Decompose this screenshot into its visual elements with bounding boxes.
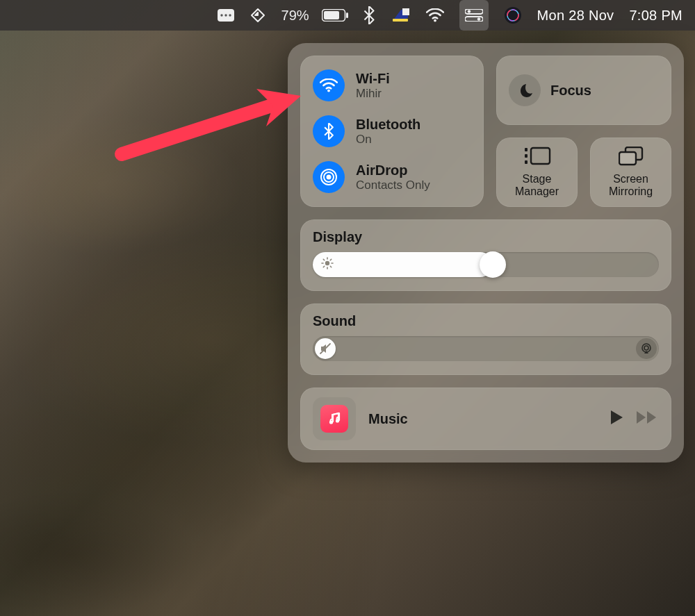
svg-rect-7 xyxy=(393,19,408,22)
control-center-panel: Wi-Fi Mihir Bluetooth On AirDrop xyxy=(288,43,684,463)
menu-extra-icon[interactable] xyxy=(218,0,234,31)
svg-point-28 xyxy=(325,261,329,265)
play-button[interactable] xyxy=(609,409,624,428)
wifi-subtitle: Mihir xyxy=(356,87,390,101)
next-track-button[interactable] xyxy=(635,410,659,428)
svg-point-13 xyxy=(477,17,480,20)
wifi-title: Wi-Fi xyxy=(356,71,390,87)
svg-line-36 xyxy=(330,259,331,260)
stage-manager-icon xyxy=(523,147,551,169)
svg-point-2 xyxy=(224,14,227,16)
svg-point-9 xyxy=(434,19,436,22)
svg-rect-8 xyxy=(402,8,409,15)
sound-title: Sound xyxy=(313,313,659,329)
menubar-time[interactable]: 7:08 PM xyxy=(629,8,682,24)
display-card: Display xyxy=(300,219,671,291)
stage-manager-label-1: Stage xyxy=(523,173,552,185)
brightness-icon xyxy=(321,257,334,272)
menubar: 79% Mon 28 Nov 7:08 PM xyxy=(0,0,695,31)
svg-line-35 xyxy=(323,266,324,267)
siri-icon[interactable] xyxy=(504,0,522,31)
sound-card: Sound xyxy=(300,303,671,375)
bluetooth-icon xyxy=(313,115,345,147)
svg-point-11 xyxy=(467,10,470,13)
bluetooth-title: Bluetooth xyxy=(356,117,420,133)
svg-rect-27 xyxy=(619,152,636,165)
music-title: Music xyxy=(368,411,596,427)
speaker-muted-icon xyxy=(315,338,336,359)
svg-point-39 xyxy=(644,346,648,350)
raycast-icon[interactable] xyxy=(250,0,266,31)
wifi-icon xyxy=(313,69,345,101)
control-center-icon[interactable] xyxy=(459,0,489,31)
svg-rect-23 xyxy=(525,154,528,158)
svg-line-34 xyxy=(330,266,331,267)
svg-rect-22 xyxy=(525,148,528,151)
battery-percent: 79% xyxy=(281,8,309,24)
stage-manager-label-2: Manager xyxy=(515,185,559,197)
battery-icon[interactable] xyxy=(322,0,348,31)
airdrop-title: AirDrop xyxy=(356,163,430,178)
svg-point-3 xyxy=(229,14,231,16)
display-title: Display xyxy=(313,229,659,245)
sound-slider[interactable] xyxy=(313,336,659,361)
moon-icon xyxy=(509,74,541,106)
bluetooth-toggle[interactable]: Bluetooth On xyxy=(313,115,471,147)
svg-rect-24 xyxy=(525,160,528,164)
svg-point-19 xyxy=(327,175,332,180)
airdrop-toggle[interactable]: AirDrop Contacts Only xyxy=(313,161,471,193)
menubar-date[interactable]: Mon 28 Nov xyxy=(537,8,614,24)
music-card: Music xyxy=(300,388,671,450)
airdrop-icon xyxy=(313,161,345,193)
bluetooth-subtitle: On xyxy=(356,133,420,147)
svg-line-33 xyxy=(323,259,324,260)
airplay-audio-button[interactable] xyxy=(636,338,657,359)
focus-toggle[interactable]: Focus xyxy=(496,56,671,125)
app-icon[interactable] xyxy=(390,0,411,31)
bluetooth-icon[interactable] xyxy=(363,0,375,31)
music-app-icon[interactable] xyxy=(313,397,356,440)
wifi-toggle[interactable]: Wi-Fi Mihir xyxy=(313,69,471,101)
screen-mirroring-icon xyxy=(619,147,644,169)
focus-label: Focus xyxy=(550,83,591,99)
stage-manager-button[interactable]: StageManager xyxy=(496,138,578,207)
display-slider[interactable] xyxy=(313,252,659,277)
screen-mirroring-label-1: Screen xyxy=(613,173,648,185)
svg-rect-6 xyxy=(324,11,339,19)
svg-rect-5 xyxy=(346,13,348,18)
screen-mirroring-label-2: Mirroring xyxy=(609,185,653,197)
svg-rect-25 xyxy=(531,148,550,164)
airdrop-subtitle: Contacts Only xyxy=(356,178,430,192)
connectivity-card: Wi-Fi Mihir Bluetooth On AirDrop xyxy=(300,56,484,207)
svg-point-1 xyxy=(220,14,222,16)
svg-point-18 xyxy=(327,90,330,92)
screen-mirroring-button[interactable]: ScreenMirroring xyxy=(590,138,671,207)
wifi-icon[interactable] xyxy=(426,0,444,31)
